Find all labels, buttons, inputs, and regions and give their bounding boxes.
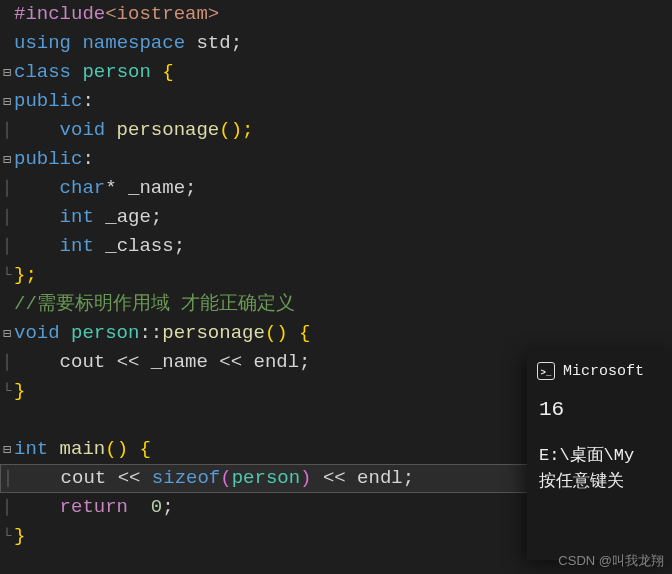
code-line[interactable]: ⊟ class person { xyxy=(0,58,672,87)
console-path: E:\桌面\My xyxy=(537,443,662,469)
terminal-icon: >_ xyxy=(537,362,555,380)
code-line[interactable]: using namespace std; xyxy=(0,29,672,58)
console-prompt: 按任意键关 xyxy=(537,469,662,495)
preprocessor-directive: #include xyxy=(14,3,105,25)
fold-icon[interactable]: ⊟ xyxy=(0,153,14,167)
console-window[interactable]: >_ Microsoft 16 E:\桌面\My 按任意键关 xyxy=(527,350,672,560)
watermark: CSDN @叫我龙翔 xyxy=(558,552,664,570)
comment: //需要标明作用域 才能正确定义 xyxy=(14,293,295,315)
fold-icon[interactable]: ⊟ xyxy=(0,95,14,109)
code-line[interactable]: //需要标明作用域 才能正确定义 xyxy=(0,290,672,319)
code-line[interactable]: │ int _class; xyxy=(0,232,672,261)
console-output: 16 xyxy=(537,398,662,421)
code-line[interactable]: │ void personage(); xyxy=(0,116,672,145)
console-title-bar: >_ Microsoft xyxy=(537,362,662,380)
code-line[interactable]: ⊟ void person::personage() { xyxy=(0,319,672,348)
fold-icon[interactable]: ⊟ xyxy=(0,327,14,341)
code-line[interactable]: ⊟ public: xyxy=(0,87,672,116)
code-line[interactable]: └ }; xyxy=(0,261,672,290)
code-line[interactable]: ⊟ public: xyxy=(0,145,672,174)
fold-icon[interactable]: ⊟ xyxy=(0,443,14,457)
code-line[interactable]: │ int _age; xyxy=(0,203,672,232)
fold-icon[interactable]: ⊟ xyxy=(0,66,14,80)
include-header: <iostream> xyxy=(105,3,219,25)
code-line[interactable]: │ char* _name; xyxy=(0,174,672,203)
code-line[interactable]: #include<iostream> xyxy=(0,0,672,29)
console-title-text: Microsoft xyxy=(563,363,644,380)
